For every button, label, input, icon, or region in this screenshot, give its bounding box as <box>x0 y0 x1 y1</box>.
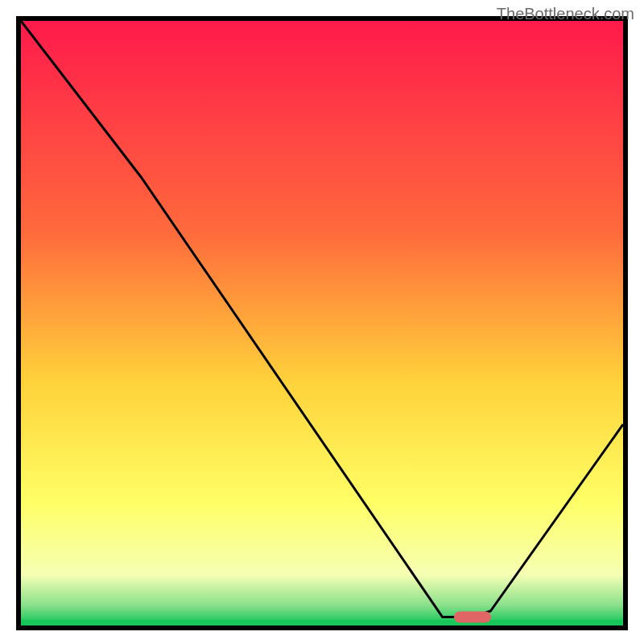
chart-container: TheBottleneck.com <box>0 0 644 644</box>
chart-svg <box>0 0 644 644</box>
attribution-text: TheBottleneck.com <box>497 5 634 23</box>
plot-background <box>21 21 623 623</box>
optimal-marker <box>454 612 491 623</box>
